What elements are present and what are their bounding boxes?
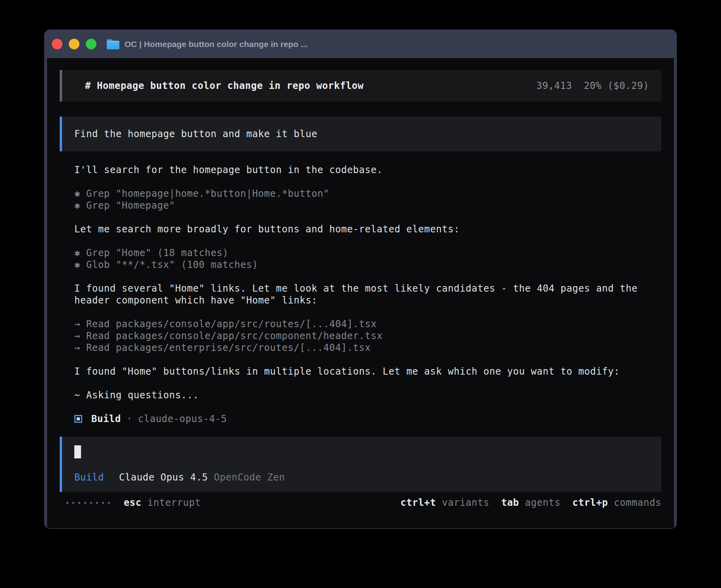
window-title: OC | Homepage button color change in rep… [125, 40, 308, 49]
prompt-input[interactable]: Build Claude Opus 4.5 OpenCode Zen [60, 437, 661, 492]
session-header: # Homepage button color change in repo w… [60, 70, 661, 102]
shortcut-label: agents [525, 497, 561, 508]
model-row: Build Claude Opus 4.5 OpenCode Zen [74, 471, 649, 483]
spinner-dot [102, 502, 104, 504]
session-title: # Homepage button color change in repo w… [85, 80, 364, 91]
transcript-blank-line [60, 176, 661, 188]
shortcut-hint-variants: ctrl+tvariants [400, 497, 489, 508]
window-titlebar: OC | Homepage button color change in rep… [45, 30, 676, 58]
spinner-dot [90, 502, 92, 504]
shortcut-hint-commands: ctrl+pcommands [572, 497, 661, 508]
transcript: I'll search for the homepage button in t… [60, 164, 661, 413]
context-usage: 20% ($0.29) [584, 80, 649, 91]
esc-key-label: interrupt [147, 497, 201, 508]
shortcut-key: tab [501, 497, 519, 508]
input-provider-name: OpenCode Zen [214, 472, 285, 483]
assistant-text-line: I found several "Home" links. Let me loo… [60, 283, 661, 294]
tool-call-line: ✱ Grep "Homepage" [60, 200, 661, 211]
spinner-dot [78, 502, 80, 504]
spacer [60, 151, 661, 164]
input-model-name[interactable]: Claude Opus 4.5 [119, 472, 208, 483]
status-bar-right: ctrl+tvariantstabagentsctrl+pcommands [400, 497, 661, 508]
terminal-window: OC | Homepage button color change in rep… [44, 30, 677, 529]
tool-call-line: ✱ Grep "Home" (18 matches) [60, 247, 661, 259]
spinner-dot [108, 502, 110, 504]
token-count: 39,413 [536, 80, 572, 91]
transcript-blank-line [60, 401, 661, 413]
assistant-text-line: ~ Asking questions... [60, 389, 661, 401]
assistant-text-line: Let me search more broadly for buttons a… [60, 223, 661, 235]
transcript-blank-line [60, 235, 661, 247]
esc-key-hint: esc [124, 497, 142, 508]
shortcut-label: variants [442, 497, 489, 508]
transcript-blank-line [60, 306, 661, 318]
input-cursor [74, 445, 81, 458]
shortcut-hint-agents: tabagents [501, 497, 561, 508]
assistant-text-line: I found "Home" buttons/links in multiple… [60, 366, 661, 377]
build-agent-icon [74, 415, 82, 423]
terminal-content: # Homepage button color change in repo w… [47, 58, 674, 528]
minimize-button[interactable] [69, 39, 79, 49]
shortcut-label: commands [614, 497, 661, 508]
input-agent-name[interactable]: Build [74, 472, 104, 483]
tool-call-line: → Read packages/console/app/src/routes/[… [60, 318, 661, 330]
tool-call-line: ✱ Glob "**/*.tsx" (100 matches) [60, 259, 661, 271]
assistant-text-line: I'll search for the homepage button in t… [60, 164, 661, 176]
status-separator: · [126, 413, 132, 424]
transcript-blank-line [60, 377, 661, 389]
spinner-dot [96, 502, 98, 504]
transcript-blank-line [60, 211, 661, 223]
status-model-name: claude-opus-4-5 [138, 413, 227, 424]
transcript-blank-line [60, 354, 661, 366]
working-spinner-dots [66, 502, 110, 504]
status-agent-name: Build [91, 413, 121, 424]
close-button[interactable] [52, 39, 62, 49]
tool-call-line: → Read packages/console/app/src/componen… [60, 330, 661, 342]
assistant-text-line: header component which have "Home" links… [60, 294, 661, 306]
spinner-dot [66, 502, 68, 504]
status-bar-left: esc interrupt [60, 497, 201, 508]
agent-status-row: Build · claude-opus-4-5 [60, 413, 661, 425]
user-message: Find the homepage button and make it blu… [60, 117, 661, 151]
user-message-text: Find the homepage button and make it blu… [74, 128, 317, 139]
shortcut-key: ctrl+t [400, 497, 436, 508]
tool-call-line: ✱ Grep "homepage|home.*button|Home.*butt… [60, 188, 661, 200]
spinner-dot [84, 502, 86, 504]
tool-call-line: → Read packages/enterprise/src/routes/[.… [60, 342, 661, 354]
session-stats: 39,413 20% ($0.29) [536, 80, 649, 91]
spinner-dot [72, 502, 74, 504]
status-bar: esc interrupt ctrl+tvariantstabagentsctr… [60, 495, 661, 510]
zoom-button[interactable] [86, 39, 96, 49]
transcript-blank-line [60, 271, 661, 283]
folder-icon [107, 39, 119, 49]
shortcut-key: ctrl+p [572, 497, 608, 508]
